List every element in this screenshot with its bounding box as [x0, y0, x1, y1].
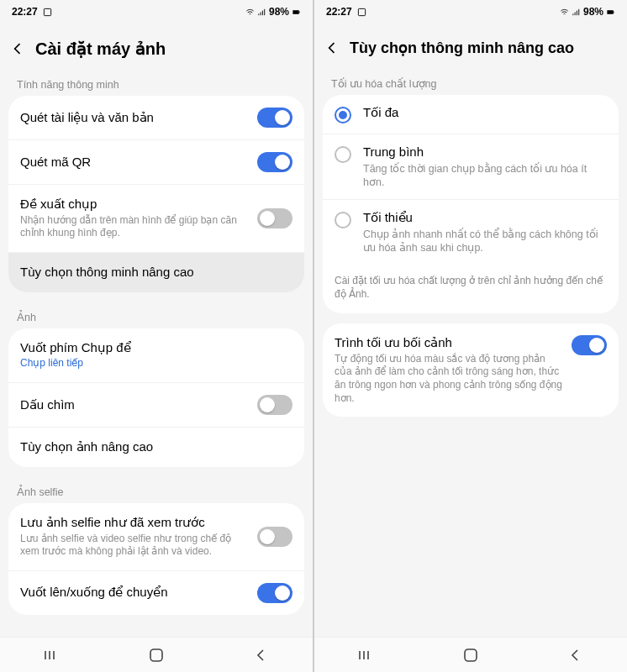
toggle-watermark[interactable]	[257, 395, 292, 415]
toggle-scene-optimizer[interactable]	[572, 335, 607, 355]
row-advanced-photo[interactable]: Tùy chọn ảnh nâng cao	[8, 427, 304, 467]
nav-home[interactable]	[454, 643, 487, 667]
section-intelligent: Tính năng thông minh	[8, 71, 304, 96]
status-time: 22:27	[326, 6, 352, 18]
section-quality: Tối ưu hóa chất lượng	[323, 69, 619, 95]
status-time: 22:27	[12, 6, 38, 18]
nav-bar	[0, 637, 313, 672]
desc-scene-optimizer: Tự động tối ưu hóa màu sắc và độ tương p…	[335, 353, 563, 405]
label-shot-suggest: Đề xuất chụp	[20, 197, 249, 213]
nav-recents[interactable]	[35, 643, 69, 667]
status-bar: 22:27 98%	[314, 0, 627, 24]
label-adv-intel: Tùy chọn thông minh nâng cao	[20, 265, 292, 281]
radio-row-max[interactable]: Tối đa	[323, 95, 619, 134]
label-adv-photo: Tùy chọn ảnh nâng cao	[20, 439, 292, 455]
label-swipe-shutter: Vuốt phím Chụp để	[20, 340, 292, 356]
nav-recents[interactable]	[350, 643, 383, 667]
desc-medium: Tăng tốc thời gian chụp bằng cách tối ưu…	[363, 162, 607, 190]
value-swipe-shutter: Chụp liên tiếp	[20, 357, 292, 370]
desc-selfie-save: Lưu ảnh selfie và video selfie như trong…	[20, 533, 249, 559]
status-battery: 98%	[583, 6, 603, 18]
page-title: Cài đặt máy ảnh	[35, 39, 166, 59]
section-selfie: Ảnh selfie	[8, 477, 304, 503]
section-photo: Ảnh	[8, 302, 304, 328]
page-title: Tùy chọn thông minh nâng cao	[350, 39, 574, 57]
signal-icon	[257, 8, 266, 17]
row-advanced-intelligent[interactable]: Tùy chọn thông minh nâng cao	[8, 252, 304, 292]
desc-shot-suggest: Nhận hướng dẫn trên màn hình để giúp bạn…	[20, 214, 249, 240]
status-bar: 22:27 98%	[0, 0, 313, 24]
radio-row-medium[interactable]: Trung bình Tăng tốc thời gian chụp bằng …	[323, 134, 619, 199]
label-scene-optimizer: Trình tối ưu bối cảnh	[335, 335, 563, 351]
row-scan-docs[interactable]: Quét tài liệu và văn bản	[8, 96, 304, 139]
label-scan-qr: Quét mã QR	[20, 155, 249, 171]
screen-camera-settings: 22:27 98% Cài đặt máy ảnh Tính năng thôn…	[0, 0, 313, 672]
status-battery: 98%	[269, 6, 289, 18]
wifi-icon	[245, 8, 255, 17]
svg-rect-1	[292, 10, 298, 14]
row-shot-suggest[interactable]: Đề xuất chụp Nhận hướng dẫn trên màn hìn…	[8, 184, 304, 252]
card-photo: Vuốt phím Chụp để Chụp liên tiếp Dấu chì…	[8, 328, 304, 467]
svg-rect-0	[44, 8, 50, 15]
row-scan-qr[interactable]: Quét mã QR	[8, 139, 304, 184]
nav-bar	[314, 637, 627, 672]
label-watermark: Dấu chìm	[20, 397, 249, 413]
card-quality: Tối đa Trung bình Tăng tốc thời gian chụ…	[323, 95, 619, 313]
gallery-icon	[357, 8, 366, 17]
card-intelligent: Quét tài liệu và văn bản Quét mã QR Đề x…	[8, 96, 304, 292]
toggle-scan-docs[interactable]	[257, 108, 292, 128]
battery-icon	[292, 8, 301, 17]
row-swipe-switch[interactable]: Vuốt lên/xuống để chuyển	[8, 570, 304, 615]
toggle-shot-suggest[interactable]	[257, 208, 292, 228]
desc-min: Chụp ảnh nhanh nhất có thể bằng cách khô…	[363, 228, 607, 255]
label-medium: Trung bình	[363, 144, 607, 160]
row-scene-optimizer[interactable]: Trình tối ưu bối cảnh Tự động tối ưu hóa…	[323, 323, 619, 417]
radio-min[interactable]	[335, 212, 351, 228]
label-max: Tối đa	[363, 105, 607, 121]
toggle-swipe-switch[interactable]	[257, 583, 292, 603]
card-selfie: Lưu ảnh selfie như đã xem trước Lưu ảnh …	[8, 503, 304, 615]
svg-rect-5	[607, 10, 613, 14]
svg-rect-6	[614, 11, 614, 13]
card-scene-optimizer: Trình tối ưu bối cảnh Tự động tối ưu hóa…	[323, 323, 619, 417]
row-swipe-shutter[interactable]: Vuốt phím Chụp để Chụp liên tiếp	[8, 328, 304, 382]
nav-back[interactable]	[558, 643, 592, 667]
radio-medium[interactable]	[335, 146, 351, 163]
header: Tùy chọn thông minh nâng cao	[314, 24, 627, 69]
radio-row-min[interactable]: Tối thiểu Chụp ảnh nhanh nhất có thể bằn…	[323, 199, 619, 265]
svg-rect-7	[465, 649, 477, 661]
label-swipe-switch: Vuốt lên/xuống để chuyển	[20, 585, 249, 601]
screen-advanced-intelligent: 22:27 98% Tùy chọn thông minh nâng cao T…	[314, 0, 627, 672]
svg-rect-2	[299, 11, 300, 13]
back-button[interactable]	[323, 39, 341, 57]
wifi-icon	[560, 8, 569, 17]
header: Cài đặt máy ảnh	[0, 24, 313, 71]
battery-icon	[606, 8, 615, 17]
radio-max[interactable]	[335, 107, 351, 123]
svg-rect-4	[358, 8, 365, 15]
label-scan-docs: Quét tài liệu và văn bản	[20, 110, 249, 126]
nav-home[interactable]	[140, 643, 173, 667]
row-watermark[interactable]: Dấu chìm	[8, 382, 304, 427]
label-min: Tối thiểu	[363, 210, 607, 226]
toggle-scan-qr[interactable]	[257, 152, 292, 172]
toggle-selfie-save[interactable]	[257, 527, 292, 547]
nav-back[interactable]	[244, 643, 277, 667]
svg-rect-3	[150, 649, 162, 661]
back-button[interactable]	[8, 39, 27, 58]
gallery-icon	[43, 8, 52, 17]
quality-note: Cài đặt tối ưu hóa chất lượng ở trên chỉ…	[323, 265, 619, 314]
label-selfie-save: Lưu ảnh selfie như đã xem trước	[20, 515, 249, 531]
row-selfie-save[interactable]: Lưu ảnh selfie như đã xem trước Lưu ảnh …	[8, 503, 304, 570]
signal-icon	[572, 8, 581, 17]
